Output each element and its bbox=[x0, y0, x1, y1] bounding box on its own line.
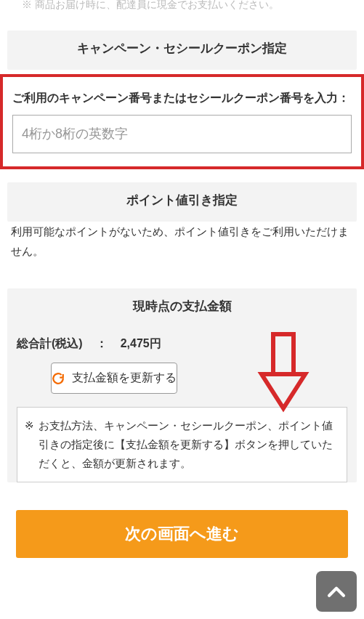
campaign-panel: キャンペーン・セシールクーポン指定 bbox=[7, 31, 357, 70]
payment-note-text: お支払方法、キャンペーン・セシールクーポン、ポイント値引きの指定後に【支払金額を… bbox=[39, 416, 339, 473]
total-separator: ： bbox=[96, 336, 108, 352]
chevron-up-icon bbox=[324, 579, 349, 604]
refresh-payment-button[interactable]: 支払金額を更新する bbox=[51, 363, 177, 394]
points-panel: ポイント値引き指定 bbox=[7, 182, 357, 222]
refresh-button-label: 支払金額を更新する bbox=[72, 371, 177, 386]
payment-note: ※ お支払方法、キャンペーン・セシールクーポン、ポイント値引きの指定後に【支払金… bbox=[17, 407, 347, 482]
points-body-text: 利用可能なポイントがないため、ポイント値引きをご利用いただけません。 bbox=[0, 222, 364, 275]
total-value: 2,475円 bbox=[121, 336, 161, 352]
payment-heading: 現時点の支払金額 bbox=[7, 288, 357, 328]
total-label: 総合計(税込) bbox=[17, 336, 83, 352]
payment-total-row: 総合計(税込) ： 2,475円 bbox=[7, 328, 357, 363]
note-marker: ※ bbox=[25, 416, 34, 473]
next-screen-button[interactable]: 次の画面へ進む bbox=[16, 510, 348, 558]
points-heading: ポイント値引き指定 bbox=[7, 182, 357, 222]
campaign-heading: キャンペーン・セシールクーポン指定 bbox=[7, 31, 357, 70]
scroll-to-top-button[interactable] bbox=[316, 571, 357, 612]
refresh-icon bbox=[52, 372, 65, 385]
coupon-label: ご利用のキャンペーン番号またはセシールクーポン番号を入力： bbox=[12, 88, 352, 108]
coupon-input[interactable] bbox=[12, 115, 352, 153]
coupon-highlight-box: ご利用のキャンペーン番号またはセシールクーポン番号を入力： bbox=[0, 74, 364, 169]
delivery-payment-note: ※ 商品お届け時に、配達員に現金でお支払いください。 bbox=[0, 0, 364, 17]
payment-panel: 現時点の支払金額 総合計(税込) ： 2,475円 支払金額を更新する ※ お支… bbox=[7, 288, 357, 482]
